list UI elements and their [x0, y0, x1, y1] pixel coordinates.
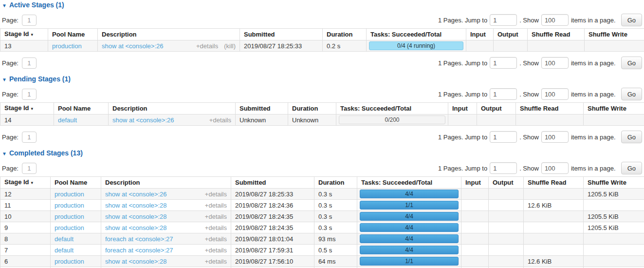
- col-header-pool-name[interactable]: Pool Name: [48, 29, 98, 40]
- details-toggle[interactable]: +details: [209, 116, 231, 124]
- items-per-page-input[interactable]: [541, 162, 569, 174]
- section-title[interactable]: ▼ Active Stages (1): [2, 1, 644, 9]
- kill-link[interactable]: (kill): [224, 42, 236, 50]
- stage-description-link[interactable]: show at <console>:26: [102, 42, 163, 50]
- details-toggle[interactable]: +details: [205, 213, 227, 220]
- stage-row-12: 12productionshow at <console>:26+details…: [0, 189, 644, 200]
- items-per-page-input[interactable]: [541, 88, 569, 100]
- stage-description-link[interactable]: show at <console>:28: [105, 224, 166, 231]
- sort-arrow-icon: ▾: [31, 106, 34, 111]
- col-header-tasks-succeeded-total[interactable]: Tasks: Succeeded/Total: [336, 103, 448, 115]
- tasks-progress-cell: 4/4: [357, 233, 461, 245]
- col-header-duration[interactable]: Duration: [323, 29, 367, 40]
- col-header-input[interactable]: Input: [461, 177, 489, 189]
- jump-to-page-input[interactable]: [490, 162, 517, 174]
- pool-name-cell: production: [51, 211, 101, 222]
- page-number-button[interactable]: 1: [22, 163, 37, 174]
- output-cell: [477, 115, 516, 126]
- go-button[interactable]: Go: [621, 57, 642, 69]
- col-header-shuffle-write[interactable]: Shuffle Write: [584, 103, 644, 115]
- tasks-progress-cell: 1/1: [357, 256, 461, 267]
- col-header-duration[interactable]: Duration: [314, 177, 357, 189]
- col-header-output[interactable]: Output: [489, 177, 524, 189]
- col-header-shuffle-read[interactable]: Shuffle Read: [516, 103, 584, 115]
- go-button[interactable]: Go: [621, 162, 642, 174]
- col-header-submitted[interactable]: Submitted: [236, 103, 288, 115]
- col-header-output[interactable]: Output: [477, 103, 516, 115]
- col-header-submitted[interactable]: Submitted: [231, 177, 314, 189]
- details-toggle[interactable]: +details: [205, 224, 227, 231]
- submitted-cell: 2019/08/27 17:56:10: [231, 256, 314, 267]
- output-cell: [489, 200, 524, 211]
- details-toggle[interactable]: +details: [205, 191, 227, 198]
- pool-name-link[interactable]: production: [55, 202, 84, 209]
- section-active: ▼ Active Stages (1) Page: 1 1 Pages. Jum…: [0, 1, 644, 69]
- col-header-input[interactable]: Input: [448, 103, 477, 115]
- page-number-button[interactable]: 1: [22, 15, 37, 26]
- jump-to-page-input[interactable]: [490, 88, 517, 100]
- table-header-row: Stage Id▾Pool NameDescriptionSubmittedDu…: [0, 29, 644, 40]
- col-header-shuffle-write[interactable]: Shuffle Write: [585, 29, 644, 40]
- details-toggle[interactable]: +details: [205, 258, 227, 265]
- col-header-duration[interactable]: Duration: [288, 103, 336, 115]
- stage-description-link[interactable]: foreach at <console>:27: [105, 235, 173, 243]
- page-number-button[interactable]: 1: [22, 89, 37, 100]
- stage-description-link[interactable]: show at <console>:26: [105, 191, 166, 198]
- page-number-button[interactable]: 1: [22, 132, 37, 143]
- col-header-description[interactable]: Description: [98, 29, 240, 40]
- col-header-tasks-succeeded-total[interactable]: Tasks: Succeeded/Total: [367, 29, 466, 40]
- pool-name-link[interactable]: default: [58, 116, 77, 124]
- col-header-shuffle-read[interactable]: Shuffle Read: [528, 29, 585, 40]
- stage-description-link[interactable]: foreach at <console>:27: [105, 247, 173, 254]
- jump-to-page-input[interactable]: [490, 57, 517, 69]
- col-header-input[interactable]: Input: [466, 29, 494, 40]
- col-header-tasks-succeeded-total[interactable]: Tasks: Succeeded/Total: [357, 177, 461, 189]
- col-header-stage-id[interactable]: Stage Id▾: [0, 177, 51, 189]
- pagination-top-completed: Page: 1 1 Pages. Jump to . Show items in…: [2, 162, 642, 174]
- col-header-pool-name[interactable]: Pool Name: [51, 177, 101, 189]
- details-toggle[interactable]: +details: [205, 247, 227, 254]
- page-label: Page:: [2, 134, 18, 141]
- pool-name-link[interactable]: default: [55, 247, 74, 254]
- section-title[interactable]: ▼ Pending Stages (1): [2, 75, 644, 83]
- section-title[interactable]: ▼ Completed Stages (13): [2, 149, 644, 157]
- pool-name-link[interactable]: default: [55, 235, 74, 243]
- details-toggle[interactable]: +details: [196, 42, 218, 50]
- pool-name-link[interactable]: production: [55, 213, 84, 220]
- go-button[interactable]: Go: [621, 131, 642, 143]
- pool-name-link[interactable]: production: [55, 224, 84, 231]
- col-header-stage-id[interactable]: Stage Id▾: [0, 29, 48, 40]
- stage-description-link[interactable]: show at <console>:28: [105, 213, 166, 220]
- pool-name-link[interactable]: production: [55, 191, 84, 198]
- stage-description-link[interactable]: show at <console>:26: [112, 116, 174, 124]
- col-header-pool-name[interactable]: Pool Name: [54, 103, 109, 115]
- items-per-page-input[interactable]: [541, 131, 569, 143]
- col-header-shuffle-read[interactable]: Shuffle Read: [524, 177, 584, 189]
- go-button[interactable]: Go: [621, 88, 642, 100]
- pool-name-link[interactable]: production: [52, 42, 82, 50]
- col-header-shuffle-write[interactable]: Shuffle Write: [584, 177, 644, 189]
- page-jump-controls: 1 Pages. Jump to . Show items in a page.…: [436, 131, 642, 143]
- go-button[interactable]: Go: [621, 14, 642, 26]
- col-header-description[interactable]: Description: [101, 177, 231, 189]
- details-toggle[interactable]: +details: [205, 202, 227, 209]
- output-cell: [489, 189, 524, 200]
- items-per-page-input[interactable]: [541, 14, 569, 26]
- shuffle-read-cell: 12.6 KiB: [524, 256, 584, 267]
- items-per-page-input[interactable]: [541, 57, 569, 69]
- jump-to-page-input[interactable]: [490, 131, 517, 143]
- page-jump-controls: 1 Pages. Jump to . Show items in a page.…: [436, 88, 642, 100]
- description-cell: foreach at <console>:27+details: [101, 233, 231, 245]
- col-header-output[interactable]: Output: [494, 29, 528, 40]
- pool-name-cell: production: [51, 222, 101, 233]
- jump-to-page-input[interactable]: [490, 14, 517, 26]
- stage-description-link[interactable]: show at <console>:28: [105, 258, 166, 265]
- col-header-description[interactable]: Description: [109, 103, 236, 115]
- col-header-submitted[interactable]: Submitted: [240, 29, 323, 40]
- stage-description-link[interactable]: show at <console>:28: [105, 202, 166, 209]
- details-toggle[interactable]: +details: [205, 235, 227, 243]
- page-label: Page:: [2, 17, 18, 24]
- page-number-button[interactable]: 1: [22, 57, 37, 69]
- pool-name-link[interactable]: production: [55, 258, 84, 265]
- col-header-stage-id[interactable]: Stage Id▾: [0, 103, 54, 115]
